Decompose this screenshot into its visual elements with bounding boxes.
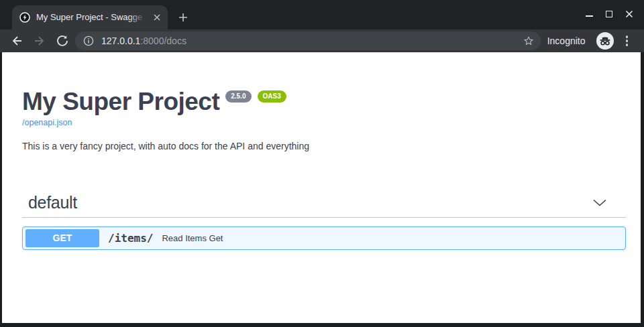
menu-dot-icon — [626, 44, 629, 46]
operation-row-get-items[interactable]: GET /items/ Read Items Get — [22, 226, 626, 250]
back-button[interactable] — [10, 34, 23, 48]
url-host: 127.0.0.1 — [101, 36, 140, 46]
tab-strip: My Super Project - Swagge — [0, 0, 644, 29]
close-icon — [154, 14, 160, 21]
reload-icon — [56, 35, 68, 47]
forward-button[interactable] — [33, 34, 46, 48]
api-description: This is a very fancy project, with auto … — [22, 141, 626, 151]
incognito-label: Incognito — [547, 36, 586, 46]
page-title: My Super Project — [22, 89, 219, 114]
operation-summary: Read Items Get — [162, 233, 223, 243]
tab-close-button[interactable] — [152, 12, 162, 23]
window-controls — [585, 8, 633, 20]
browser-tab[interactable]: My Super Project - Swagge — [12, 5, 168, 29]
tab-title-wrap: My Super Project - Swagge — [36, 11, 148, 23]
maximize-icon — [606, 11, 612, 17]
operation-path-link[interactable]: /items/ — [108, 232, 153, 245]
minimize-icon — [586, 15, 593, 17]
forward-arrow-icon — [34, 35, 46, 47]
maximize-button[interactable] — [605, 9, 613, 19]
swagger-ui: My Super Project 2.5.0 OAS3 /openapi.jso… — [2, 52, 641, 250]
address-bar[interactable]: 127.0.0.1:8000/docs — [75, 31, 541, 50]
incognito-icon — [596, 32, 614, 50]
star-icon — [523, 35, 535, 47]
reload-button[interactable] — [56, 34, 69, 48]
version-badge: 2.5.0 — [225, 90, 251, 103]
back-arrow-icon — [11, 35, 23, 47]
url-text: 127.0.0.1:8000/docs — [101, 36, 186, 46]
url-path: :8000/docs — [140, 36, 186, 46]
api-title-row: My Super Project 2.5.0 OAS3 — [22, 89, 626, 114]
minimize-button[interactable] — [585, 9, 593, 19]
browser-toolbar: 127.0.0.1:8000/docs Incognito — [0, 29, 644, 52]
bookmark-star-button[interactable] — [523, 35, 535, 47]
close-icon — [625, 10, 633, 18]
page-viewport: My Super Project 2.5.0 OAS3 /openapi.jso… — [2, 52, 641, 323]
plus-icon — [178, 13, 188, 22]
toolbar-right-cluster: Incognito — [547, 29, 629, 52]
menu-dot-icon — [626, 40, 629, 42]
section-header[interactable]: default — [22, 193, 626, 218]
site-info-icon[interactable] — [83, 36, 94, 46]
swagger-favicon-icon — [19, 12, 30, 23]
new-tab-button[interactable] — [177, 11, 189, 23]
tab-title-fade — [129, 11, 148, 23]
method-badge: GET — [25, 229, 99, 247]
browser-menu-button[interactable] — [625, 34, 630, 48]
browser-window: My Super Project - Swagge — [0, 0, 644, 327]
close-window-button[interactable] — [625, 9, 633, 19]
api-section-default: default GET /items/ Read Items Get — [22, 193, 626, 250]
section-title: default — [28, 193, 77, 212]
oas-badge: OAS3 — [258, 90, 286, 103]
menu-dot-icon — [626, 36, 629, 38]
openapi-spec-link[interactable]: /openapi.json — [22, 118, 72, 127]
chevron-down-icon — [592, 199, 607, 206]
